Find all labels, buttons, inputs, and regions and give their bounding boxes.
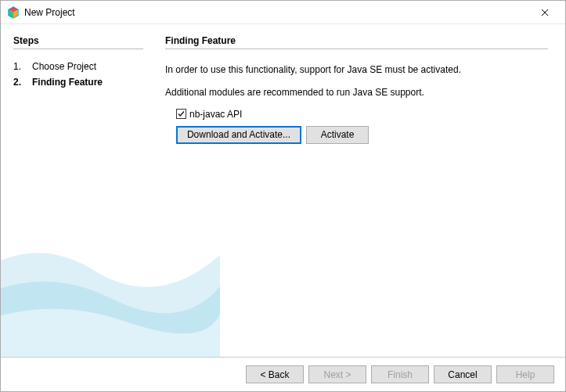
dialog-window: New Project Steps 1. Choose Project 2. F… — [0, 0, 566, 392]
help-button[interactable]: Help — [496, 365, 554, 383]
back-button[interactable]: < Back — [246, 365, 304, 383]
steps-list: 1. Choose Project 2. Finding Feature — [13, 59, 143, 91]
step-label: Finding Feature — [32, 74, 103, 90]
window-title: New Project — [24, 7, 527, 18]
titlebar: New Project — [1, 1, 565, 24]
steps-sidebar: Steps 1. Choose Project 2. Finding Featu… — [1, 24, 151, 357]
dialog-body: Steps 1. Choose Project 2. Finding Featu… — [1, 24, 565, 357]
main-panel: Finding Feature In order to use this fun… — [151, 24, 565, 357]
step-number: 1. — [13, 59, 24, 74]
divider — [165, 49, 548, 49]
module-checkbox[interactable] — [176, 109, 186, 119]
divider — [13, 49, 143, 49]
intro-text: In order to use this functionality, supp… — [165, 63, 548, 77]
download-activate-button[interactable]: Download and Activate... — [176, 126, 301, 144]
next-button[interactable]: Next > — [308, 365, 366, 383]
module-checkbox-label: nb-javac API — [189, 109, 242, 120]
app-icon — [7, 6, 20, 19]
step-label: Choose Project — [32, 59, 96, 74]
wizard-footer: < Back Next > Finish Cancel Help — [1, 357, 565, 391]
subtext: Additional modules are recommended to ru… — [165, 86, 548, 99]
activate-button[interactable]: Activate — [306, 126, 369, 144]
finish-button[interactable]: Finish — [371, 365, 429, 383]
main-heading: Finding Feature — [165, 35, 548, 46]
close-button[interactable] — [527, 1, 562, 23]
step-number: 2. — [13, 74, 24, 90]
cancel-button[interactable]: Cancel — [434, 365, 492, 383]
step-item: 1. Choose Project — [13, 59, 143, 74]
action-button-row: Download and Activate... Activate — [176, 126, 548, 144]
module-checkbox-row: nb-javac API — [176, 109, 548, 120]
steps-heading: Steps — [13, 35, 143, 46]
step-item-current: 2. Finding Feature — [13, 74, 143, 90]
